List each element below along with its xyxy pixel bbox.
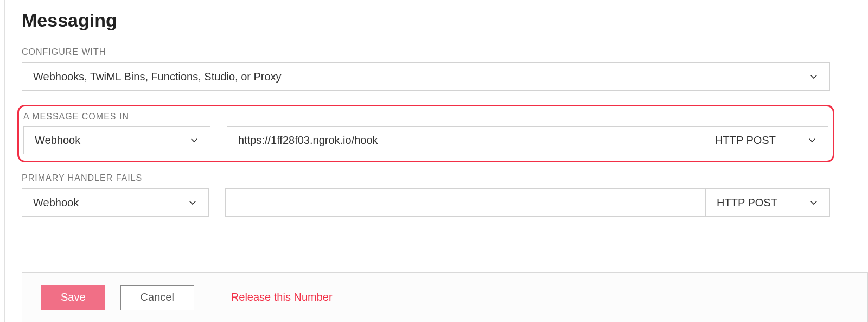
message-in-handler-select[interactable]: Webhook <box>23 126 210 154</box>
primary-handler-fails-group: PRIMARY HANDLER FAILS Webhook HTTP POST <box>22 173 830 217</box>
chevron-down-icon <box>807 135 817 145</box>
configure-with-select[interactable]: Webhooks, TwiML Bins, Functions, Studio,… <box>22 62 830 91</box>
configure-with-label: CONFIGURE WITH <box>22 47 830 57</box>
primary-handler-fails-row: Webhook HTTP POST <box>22 188 830 217</box>
message-comes-in-group: A MESSAGE COMES IN Webhook HTTP POST <box>17 105 834 162</box>
message-in-url-input[interactable] <box>227 126 704 154</box>
message-comes-in-row: Webhook HTTP POST <box>23 126 828 154</box>
save-button[interactable]: Save <box>41 285 105 310</box>
primary-fail-method-select[interactable]: HTTP POST <box>705 188 830 217</box>
chevron-down-icon <box>188 198 197 207</box>
left-divider <box>4 0 5 322</box>
message-in-method-value: HTTP POST <box>715 134 776 147</box>
primary-fail-handler-value: Webhook <box>33 197 79 209</box>
chevron-down-icon <box>809 72 819 81</box>
cancel-button[interactable]: Cancel <box>120 285 194 310</box>
message-in-url-method: HTTP POST <box>227 126 828 154</box>
primary-fail-method-value: HTTP POST <box>717 197 777 209</box>
footer-bar: Save Cancel Release this Number <box>22 272 868 322</box>
configure-with-value: Webhooks, TwiML Bins, Functions, Studio,… <box>33 71 282 83</box>
page-title: Messaging <box>22 10 830 31</box>
release-number-link[interactable]: Release this Number <box>231 291 333 304</box>
message-comes-in-label: A MESSAGE COMES IN <box>23 112 828 122</box>
primary-fail-url-method: HTTP POST <box>225 188 830 217</box>
messaging-settings: Messaging CONFIGURE WITH Webhooks, TwiML… <box>0 0 868 217</box>
message-in-method-select[interactable]: HTTP POST <box>704 126 828 154</box>
primary-fail-url-input[interactable] <box>225 188 705 217</box>
chevron-down-icon <box>809 198 819 207</box>
primary-handler-fails-label: PRIMARY HANDLER FAILS <box>22 173 830 183</box>
chevron-down-icon <box>189 135 199 145</box>
message-in-handler-value: Webhook <box>35 134 80 147</box>
primary-fail-handler-select[interactable]: Webhook <box>22 188 209 217</box>
